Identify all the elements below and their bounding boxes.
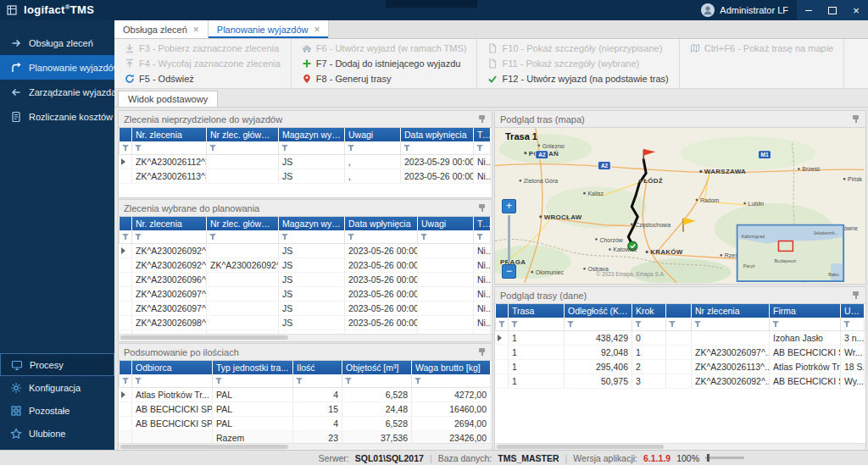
column-header[interactable]: Ilość	[293, 361, 342, 374]
table-cell[interactable]: ZK^A230026113^...	[692, 360, 770, 374]
f7-dodaj-do-wyjazdu-button[interactable]: F7 - Dodaj do istniejącego wyjazdu	[297, 56, 472, 71]
selected-orders-table[interactable]: Nr. zleceniaNr zlec. głównegoMagazyn wys…	[119, 217, 491, 341]
zoom-slider[interactable]	[705, 457, 744, 459]
pin-icon[interactable]	[477, 114, 487, 125]
table-cell[interactable]: 295,406	[565, 360, 632, 374]
column-header[interactable]: Firma	[770, 304, 841, 318]
filter-cell[interactable]	[279, 141, 345, 155]
column-header[interactable]: Nr. zlecenia	[132, 217, 207, 230]
table-cell[interactable]	[207, 273, 279, 287]
column-header[interactable]: Magazyn wysyłko...	[279, 217, 345, 230]
user-name[interactable]: Administrator LF	[720, 5, 788, 15]
table-cell[interactable]: ZK^A230026097^...	[132, 302, 207, 316]
table-cell[interactable]	[666, 374, 692, 389]
filter-cell[interactable]	[474, 230, 491, 244]
table-row[interactable]: ZK^A230026098^...JS2023-05-26 00:00Ni...	[120, 316, 491, 330]
tab-close-icon[interactable]: ×	[314, 24, 320, 36]
table-cell[interactable]: AB BECHCICKI SP...	[770, 346, 841, 360]
filter-cell[interactable]	[207, 141, 279, 155]
tab-obsluga-zlecen[interactable]: Obsługa zleceń ×	[114, 20, 209, 38]
table-cell[interactable]: Atlas Piotrków Tr...	[770, 360, 841, 374]
user-avatar[interactable]	[701, 3, 715, 17]
f4-wycofaj-button[interactable]: F4 - Wycofaj zaznaczone zlecenia	[120, 56, 286, 71]
table-cell[interactable]	[418, 244, 474, 258]
filter-cell[interactable]	[412, 374, 491, 388]
table-row[interactable]: 150,9753ZK^A230026092^...AB BECHCICKI SP…	[496, 374, 865, 389]
table-cell[interactable]: 16460,00	[412, 402, 491, 417]
table-cell[interactable]: 2023-05-26 00:00	[401, 169, 474, 184]
unassigned-orders-table[interactable]: Nr. zleceniaNr zlec. głównegoMagazyn wys…	[119, 128, 491, 184]
table-row[interactable]: ZK^A230026096^...JS2023-05-26 00:00Ni...	[120, 273, 491, 287]
table-cell[interactable]: 2023-05-26 00:00	[345, 302, 418, 316]
filter-cell[interactable]	[692, 318, 770, 331]
sidebar-item-rozliczanie-kosztow[interactable]: Rozliczanie kosztów	[0, 104, 114, 129]
table-cell[interactable]: JS	[279, 258, 345, 273]
filter-cell[interactable]	[293, 374, 342, 388]
ctrl-f6-pokaz-trase-button[interactable]: Ctrl+F6 - Pokaż trasę na mapie	[685, 41, 839, 56]
table-cell[interactable]: Wy...	[841, 374, 865, 389]
f10-pokaz-szczegoly-button[interactable]: F10 - Pokaż szczegóły (nieprzypisane)	[482, 41, 673, 56]
table-cell[interactable]: 1	[632, 346, 666, 360]
table-cell[interactable]	[418, 316, 474, 330]
table-cell[interactable]: ZK^A230026112^3...	[132, 155, 207, 169]
table-cell[interactable]: PAL	[213, 402, 293, 417]
table-cell[interactable]: ZK^A230026098^...	[132, 316, 207, 330]
pin-icon[interactable]	[851, 114, 860, 125]
table-cell[interactable]: Ni...	[474, 155, 491, 169]
table-cell[interactable]: ,	[345, 155, 401, 169]
filter-cell[interactable]	[345, 141, 401, 155]
table-cell[interactable]: 2023-05-26 00:00	[345, 273, 418, 287]
filter-cell[interactable]	[418, 230, 474, 244]
table-cell[interactable]: 1	[509, 346, 565, 360]
table-row[interactable]: ZK^A230026092^...ZK^A230026092^...JS2023…	[120, 258, 491, 273]
table-cell[interactable]: 3 n...	[841, 331, 865, 346]
table-cell[interactable]	[666, 346, 692, 360]
table-cell[interactable]	[418, 302, 474, 316]
tab-planowanie-wyjazdow[interactable]: Planowanie wyjazdów ×	[209, 20, 330, 38]
scrollbar-thumb[interactable]	[497, 445, 664, 449]
route-data-table[interactable]: TrasaOdległość (Km)KrokNr zleceniaFirmaU…	[495, 304, 865, 389]
table-cell[interactable]: JS	[279, 302, 345, 316]
table-cell[interactable]	[418, 273, 474, 287]
map-zoom-track[interactable]	[508, 215, 510, 263]
table-cell[interactable]: 50,975	[565, 374, 632, 389]
column-header[interactable]: Data wpłynięcia	[345, 217, 418, 230]
maximize-button[interactable]	[821, 0, 844, 20]
table-cell[interactable]: Ni...	[474, 258, 491, 273]
table-cell[interactable]: 1	[509, 331, 565, 346]
table-cell[interactable]: JS	[279, 316, 345, 330]
table-cell[interactable]: Ni...	[474, 316, 491, 330]
sidebar-item-ulubione[interactable]: Ulubione	[0, 422, 114, 445]
overview-inset-map[interactable]: Kaliningrad Jekaterinb... Paryż Budapesz…	[737, 225, 843, 281]
column-header[interactable]: Nr zlec. głównego	[207, 217, 279, 230]
map-container[interactable]: Gniezno POZNAŃ WARSZAWA Brześć Pińsk ŁÓD…	[495, 128, 865, 284]
table-row[interactable]: AB BECHCICKI SP...PAL46,5282694,00	[120, 417, 491, 431]
table-cell[interactable]: 2023-05-26 00:00	[345, 316, 418, 330]
table-cell[interactable]	[692, 331, 770, 346]
table-cell[interactable]: 6,528	[342, 417, 412, 431]
table-cell[interactable]: 15	[293, 402, 342, 417]
filter-cell[interactable]	[120, 230, 132, 244]
map-zoom-out-button[interactable]: −	[502, 264, 516, 279]
table-cell[interactable]: ZK^A230026092^...	[132, 244, 207, 258]
horizontal-scrollbar[interactable]	[119, 334, 492, 341]
map-canvas[interactable]: Gniezno POZNAŃ WARSZAWA Brześć Pińsk ŁÓD…	[495, 128, 864, 283]
table-cell[interactable]: JS	[279, 244, 345, 258]
filter-cell[interactable]	[132, 141, 207, 155]
column-header[interactable]: Trasa	[509, 304, 565, 318]
sidebar-item-planowanie-wyjazdow[interactable]: Planowanie wyjazdów	[0, 55, 114, 80]
table-cell[interactable]	[666, 360, 692, 374]
table-cell[interactable]: 2694,00	[412, 417, 491, 431]
table-cell[interactable]: ZK^A230026113^3...	[132, 169, 207, 184]
column-header[interactable]: Data wpłynięcia	[401, 128, 474, 141]
table-cell[interactable]: ZK^A230026096^...	[132, 273, 207, 287]
table-cell[interactable]: ZK^A230026097^...	[132, 287, 207, 302]
f8-generuj-trasy-button[interactable]: F8 - Generuj trasy	[297, 71, 472, 86]
pin-icon[interactable]	[851, 291, 860, 301]
column-header[interactable]: Uwagi	[418, 217, 474, 230]
table-cell[interactable]: ZK^A230026092^...	[132, 258, 207, 273]
column-header[interactable]: Nr. zlecenia	[132, 128, 207, 141]
table-cell[interactable]: 92,048	[565, 346, 632, 360]
table-row[interactable]: ZK^A230026112^3...JS,2023-05-29 00:00Ni.…	[120, 155, 491, 169]
table-cell[interactable]: PAL	[213, 388, 293, 402]
